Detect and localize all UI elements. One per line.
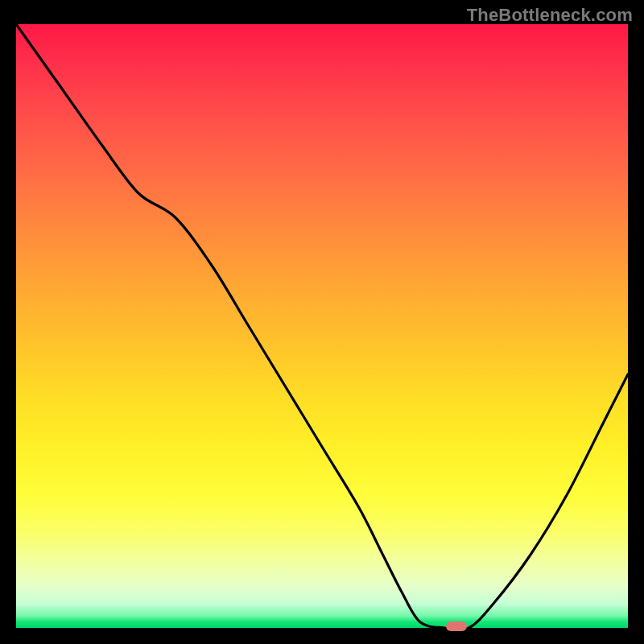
bottleneck-curve [16,24,628,628]
watermark-text: TheBottleneck.com [467,5,633,26]
plot-area [16,24,628,628]
chart-container: TheBottleneck.com [0,0,644,644]
optimal-marker [446,621,467,631]
